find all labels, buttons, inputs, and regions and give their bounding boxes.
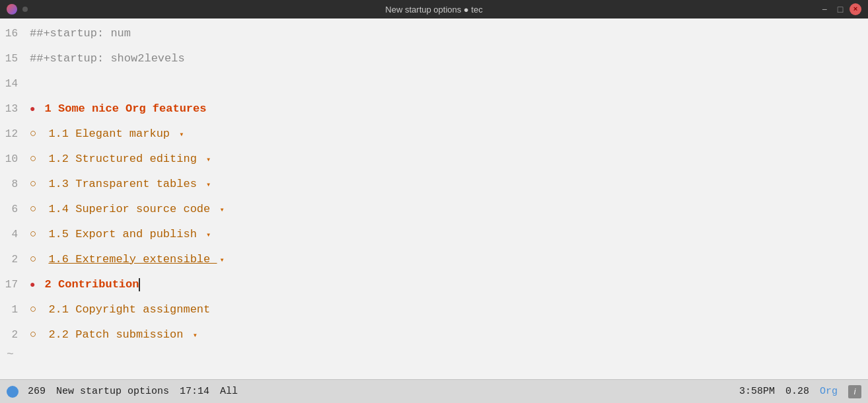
cpu: 0.28 (785, 386, 809, 397)
line-count: 269 (28, 386, 46, 397)
line-6: 6 ○ 1.4 Superior source code ▾ (0, 197, 868, 222)
triangle-2b: ▾ (193, 331, 198, 340)
heading2-text-4: 1.5 Export and publish (48, 228, 203, 240)
line-number-14: 14 (0, 71, 30, 96)
line-content-4: ○ 1.5 Export and publish ▾ (30, 222, 868, 248)
line-15: 15 ##+startup: show2levels (0, 46, 868, 71)
line-12: 12 ○ 1.1 Elegant markup ▾ (0, 122, 868, 147)
line-content-13: ● 1 Some nice Org features (30, 96, 868, 122)
line-2a: 2 ○ 1.6 Extremely extensible ▾ (0, 247, 868, 272)
line-content-17: ● 2 Contribution (30, 272, 868, 297)
line-16: 16 ##+startup: num (0, 21, 868, 46)
editor-content[interactable]: 16 ##+startup: num 15 ##+startup: show2l… (0, 18, 868, 379)
line-content-12: ○ 1.1 Elegant markup ▾ (30, 122, 868, 147)
status-text: 269 New startup options 17:14 All (28, 386, 739, 397)
line-4: 4 ○ 1.5 Export and publish ▾ (0, 222, 868, 247)
titlebar-left (7, 4, 28, 15)
text-cursor (139, 278, 140, 291)
filename: New startup options (56, 386, 169, 397)
line-1: 1 ○ 2.1 Copyright assignment (0, 297, 868, 322)
status-dot (7, 386, 18, 398)
scroll: All (220, 386, 238, 397)
titlebar-title: New startup options ● tec (385, 5, 482, 15)
triangle-6: ▾ (219, 205, 224, 215)
line-content-8: ○ 1.3 Transparent tables ▾ (30, 172, 868, 198)
mode: Org (820, 386, 838, 397)
heading2-text-1: 2.1 Copyright assignment (48, 303, 210, 316)
line-number-12: 12 (0, 122, 30, 147)
info-icon[interactable]: i (848, 385, 861, 398)
minimize-button[interactable]: − (818, 4, 831, 15)
line-content-1: ○ 2.1 Copyright assignment (30, 297, 868, 322)
line-number-2b: 2 (0, 322, 30, 348)
titlebar-dot (22, 7, 28, 12)
heading2-text-2b: 2.2 Patch submission (48, 328, 190, 341)
app-icon (7, 4, 17, 15)
bullet-icon-13: ● (30, 104, 35, 114)
tilde-line: ~ (0, 348, 868, 361)
heading2-text-8: 1.3 Transparent tables (48, 178, 203, 190)
line-content-2a: ○ 1.6 Extremely extensible ▾ (30, 247, 868, 273)
line-number-17: 17 (0, 272, 30, 297)
titlebar-controls: − □ × (818, 3, 861, 15)
line-content-10: ○ 1.2 Structured editing ▾ (30, 147, 868, 172)
position: 17:14 (180, 386, 209, 397)
line-number-16: 16 (0, 21, 30, 46)
triangle-12: ▾ (179, 130, 184, 139)
triangle-4: ▾ (206, 231, 211, 240)
time: 3:58PM (739, 386, 775, 397)
heading1-text-13: 1 Some nice Org features (45, 102, 207, 115)
triangle-2a: ▾ (219, 256, 224, 265)
editor: 16 ##+startup: num 15 ##+startup: show2l… (0, 18, 868, 379)
line-number-2a: 2 (0, 247, 30, 272)
line-number-15: 15 (0, 46, 30, 71)
triangle-10: ▾ (206, 155, 211, 165)
line-2b: 2 ○ 2.2 Patch submission ▾ (0, 322, 868, 348)
line-14: 14 (0, 71, 868, 96)
heading1-text-17: 2 Contribution (45, 278, 139, 291)
heading2-text-12: 1.1 Elegant markup (48, 128, 176, 140)
close-button[interactable]: × (850, 3, 861, 15)
close-icon: × (853, 5, 858, 13)
line-number-6: 6 (0, 197, 30, 222)
info-icon-label: i (854, 387, 856, 396)
heading2-text-2a: 1.6 Extremely extensible (48, 253, 217, 266)
line-content-6: ○ 1.4 Superior source code ▾ (30, 197, 868, 223)
line-number-10: 10 (0, 147, 30, 172)
line-number-13: 13 (0, 96, 30, 122)
line-content-2b: ○ 2.2 Patch submission ▾ (30, 322, 868, 348)
heading2-text-6: 1.4 Superior source code (48, 203, 217, 215)
line-8: 8 ○ 1.3 Transparent tables ▾ (0, 172, 868, 197)
maximize-button[interactable]: □ (834, 4, 847, 15)
line-content-15: ##+startup: show2levels (30, 46, 868, 71)
line-number-4: 4 (0, 222, 30, 247)
heading2-text-10: 1.2 Structured editing (48, 153, 203, 165)
line-content-16: ##+startup: num (30, 21, 868, 46)
status-right: 3:58PM 0.28 Org i (739, 385, 861, 398)
line-number-8: 8 (0, 172, 30, 197)
line-17: 17 ● 2 Contribution (0, 272, 868, 297)
triangle-8: ▾ (206, 180, 211, 190)
bullet-icon-17: ● (30, 279, 35, 290)
line-13: 13 ● 1 Some nice Org features (0, 96, 868, 122)
titlebar: New startup options ● tec − □ × (0, 0, 868, 18)
line-number-1: 1 (0, 297, 30, 322)
statusbar: 269 New startup options 17:14 All 3:58PM… (0, 379, 868, 403)
line-10: 10 ○ 1.2 Structured editing ▾ (0, 147, 868, 172)
